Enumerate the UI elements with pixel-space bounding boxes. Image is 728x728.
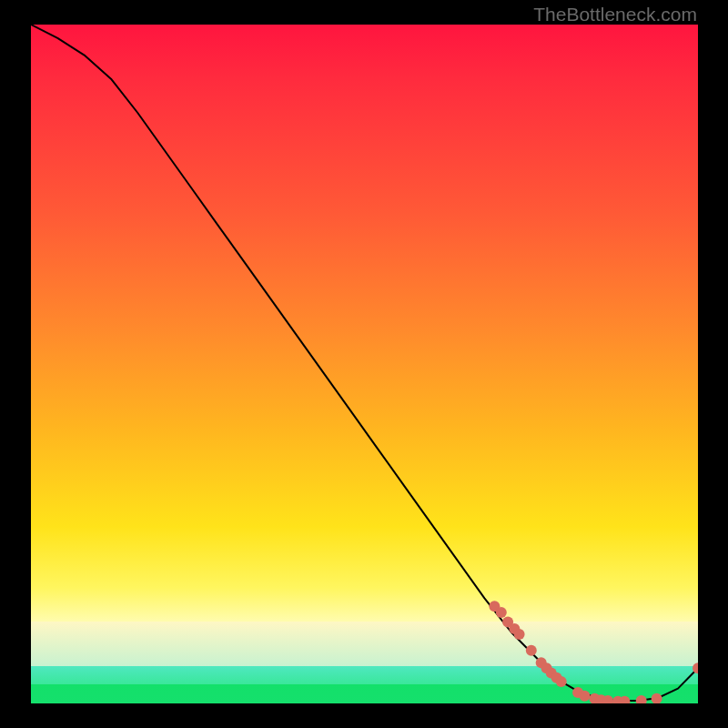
curve-marker (693, 662, 698, 673)
curve-marker (556, 676, 567, 687)
curve-marker (652, 693, 662, 703)
curve-marker (551, 672, 562, 683)
curve-markers (489, 601, 698, 703)
curve-marker (541, 662, 552, 673)
curve-marker (589, 693, 600, 703)
curve-marker (489, 601, 500, 612)
curve-marker (514, 629, 525, 640)
curve-marker (496, 607, 507, 618)
curve-marker (502, 617, 513, 628)
curve-marker (579, 691, 590, 702)
curve-marker (596, 694, 607, 703)
curve-marker (602, 695, 613, 703)
curve-svg (31, 25, 698, 703)
plot-area (31, 25, 698, 703)
watermark-text: TheBottleneck.com (533, 4, 697, 25)
curve-marker (572, 687, 583, 698)
curve-marker (526, 645, 537, 656)
bottleneck-curve (31, 25, 698, 701)
chart-frame: TheBottleneck.com (0, 0, 728, 728)
curve-marker (636, 695, 647, 703)
curve-marker (509, 623, 520, 634)
curve-marker (546, 667, 557, 678)
curve-marker (536, 657, 547, 668)
curve-marker (612, 696, 623, 703)
curve-marker (619, 696, 630, 703)
